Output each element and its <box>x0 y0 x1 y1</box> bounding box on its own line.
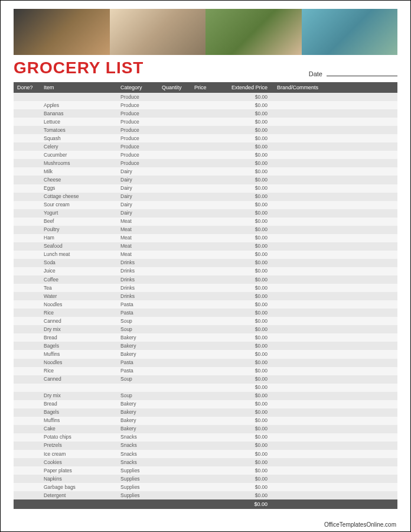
cell-done[interactable] <box>14 333 40 342</box>
cell-item[interactable]: Ice cream <box>40 450 117 458</box>
cell-quantity[interactable] <box>158 375 191 384</box>
cell-quantity[interactable] <box>158 134 191 142</box>
cell-done[interactable] <box>14 251 40 259</box>
cell-price[interactable] <box>191 384 217 392</box>
cell-done[interactable] <box>14 325 40 333</box>
cell-item[interactable]: Muffins <box>40 350 117 358</box>
cell-category[interactable]: Soup <box>117 325 158 333</box>
cell-price[interactable] <box>191 300 217 309</box>
cell-quantity[interactable] <box>158 167 191 176</box>
cell-done[interactable] <box>14 400 40 408</box>
cell-price[interactable] <box>191 251 217 259</box>
cell-brand[interactable] <box>273 176 397 184</box>
cell-category[interactable]: Produce <box>117 126 158 134</box>
cell-quantity[interactable] <box>158 450 191 458</box>
cell-done[interactable] <box>14 126 40 134</box>
cell-brand[interactable] <box>273 284 397 292</box>
cell-category[interactable]: Produce <box>117 109 158 118</box>
cell-item[interactable]: Napkins <box>40 475 117 483</box>
cell-price[interactable] <box>191 475 217 483</box>
cell-price[interactable] <box>191 101 217 109</box>
cell-item[interactable]: Soda <box>40 259 117 267</box>
cell-brand[interactable] <box>273 226 397 234</box>
cell-done[interactable] <box>14 159 40 167</box>
cell-done[interactable] <box>14 93 40 101</box>
cell-done[interactable] <box>14 167 40 176</box>
cell-brand[interactable] <box>273 333 397 342</box>
cell-item[interactable]: Cucumber <box>40 151 117 159</box>
cell-brand[interactable] <box>273 93 397 101</box>
cell-category[interactable]: Bakery <box>117 350 158 358</box>
cell-category[interactable]: Dairy <box>117 209 158 218</box>
cell-price[interactable] <box>191 126 217 134</box>
cell-price[interactable] <box>191 458 217 466</box>
cell-item[interactable]: Rice <box>40 367 117 375</box>
cell-price[interactable] <box>191 93 217 101</box>
cell-price[interactable] <box>191 284 217 292</box>
cell-quantity[interactable] <box>158 193 191 201</box>
cell-done[interactable] <box>14 101 40 109</box>
cell-quantity[interactable] <box>158 151 191 159</box>
cell-done[interactable] <box>14 417 40 425</box>
cell-category[interactable]: Meat <box>117 226 158 234</box>
cell-done[interactable] <box>14 142 40 151</box>
cell-brand[interactable] <box>273 159 397 167</box>
cell-quantity[interactable] <box>158 333 191 342</box>
cell-price[interactable] <box>191 193 217 201</box>
cell-brand[interactable] <box>273 450 397 458</box>
cell-price[interactable] <box>191 433 217 442</box>
cell-item[interactable]: Pretzels <box>40 442 117 450</box>
cell-category[interactable]: Produce <box>117 159 158 167</box>
cell-item[interactable]: Muffins <box>40 417 117 425</box>
cell-item[interactable]: Bagels <box>40 408 117 417</box>
cell-quantity[interactable] <box>158 384 191 392</box>
cell-item[interactable]: Bagels <box>40 342 117 350</box>
cell-item[interactable]: Ham <box>40 234 117 242</box>
cell-price[interactable] <box>191 234 217 242</box>
cell-item[interactable]: Tomatoes <box>40 126 117 134</box>
cell-quantity[interactable] <box>158 325 191 333</box>
cell-done[interactable] <box>14 118 40 126</box>
cell-category[interactable]: Dairy <box>117 201 158 209</box>
cell-done[interactable] <box>14 184 40 193</box>
cell-quantity[interactable] <box>158 93 191 101</box>
cell-item[interactable]: Milk <box>40 167 117 176</box>
cell-quantity[interactable] <box>158 284 191 292</box>
cell-quantity[interactable] <box>158 483 191 491</box>
cell-category[interactable]: Meat <box>117 234 158 242</box>
cell-item[interactable]: Dry mix <box>40 392 117 400</box>
cell-done[interactable] <box>14 350 40 358</box>
cell-category[interactable]: Produce <box>117 142 158 151</box>
cell-price[interactable] <box>191 151 217 159</box>
cell-price[interactable] <box>191 491 217 499</box>
cell-item[interactable] <box>40 384 117 392</box>
cell-item[interactable]: Cookies <box>40 458 117 466</box>
cell-quantity[interactable] <box>158 292 191 300</box>
cell-category[interactable]: Meat <box>117 242 158 251</box>
cell-item[interactable]: Lunch meat <box>40 251 117 259</box>
cell-item[interactable]: Seafood <box>40 242 117 251</box>
cell-quantity[interactable] <box>158 218 191 226</box>
cell-brand[interactable] <box>273 101 397 109</box>
cell-item[interactable]: Eggs <box>40 184 117 193</box>
cell-category[interactable]: Bakery <box>117 342 158 350</box>
cell-category[interactable]: Dairy <box>117 176 158 184</box>
cell-quantity[interactable] <box>158 242 191 251</box>
cell-brand[interactable] <box>273 242 397 251</box>
cell-done[interactable] <box>14 275 40 284</box>
cell-price[interactable] <box>191 176 217 184</box>
cell-price[interactable] <box>191 425 217 433</box>
cell-item[interactable]: Rice <box>40 309 117 317</box>
cell-price[interactable] <box>191 342 217 350</box>
cell-category[interactable]: Produce <box>117 93 158 101</box>
cell-quantity[interactable] <box>158 317 191 325</box>
cell-done[interactable] <box>14 284 40 292</box>
cell-done[interactable] <box>14 292 40 300</box>
cell-price[interactable] <box>191 142 217 151</box>
cell-category[interactable]: Produce <box>117 118 158 126</box>
cell-category[interactable]: Drinks <box>117 284 158 292</box>
cell-item[interactable]: Cheese <box>40 176 117 184</box>
cell-item[interactable]: Yogurt <box>40 209 117 218</box>
cell-category[interactable]: Drinks <box>117 275 158 284</box>
cell-price[interactable] <box>191 167 217 176</box>
